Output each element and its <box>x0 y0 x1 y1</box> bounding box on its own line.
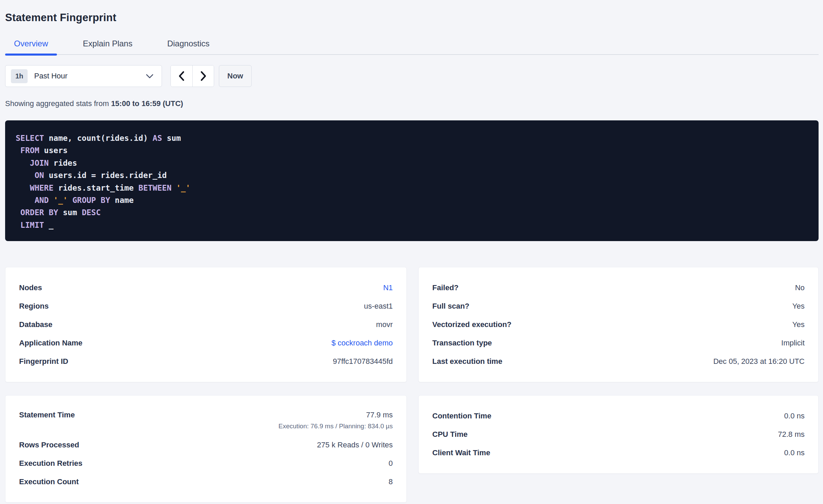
statement-fingerprint-page: Statement Fingerprint Overview Explain P… <box>0 0 823 504</box>
tab-diagnostics[interactable]: Diagnostics <box>158 39 218 54</box>
tab-bar: Overview Explain Plans Diagnostics <box>5 39 819 55</box>
row-value: 97ffc170783445fd <box>333 357 393 366</box>
sql-code-line: LIMIT _ <box>16 219 808 231</box>
prev-interval-button[interactable] <box>171 65 192 87</box>
summary-row-full-scan: Full scan? Yes <box>432 297 805 315</box>
tab-overview[interactable]: Overview <box>5 39 57 54</box>
interval-label: Past Hour <box>34 72 146 80</box>
summary-row-database: Database movr <box>19 315 393 334</box>
summary-row-failed: Failed? No <box>432 279 805 297</box>
summary-row-application-name: Application Name $ cockroach demo <box>19 334 393 352</box>
page-title: Statement Fingerprint <box>5 0 819 24</box>
chevron-left-icon <box>179 71 184 81</box>
sql-statement-code: SELECT name, count(rides.id) AS sum FROM… <box>16 132 808 231</box>
now-button[interactable]: Now <box>219 65 252 87</box>
row-value: Yes <box>792 302 805 311</box>
sql-statement-box: SELECT name, count(rides.id) AS sum FROM… <box>5 120 819 241</box>
sql-code-line: ON users.id = rides.rider_id <box>16 169 808 181</box>
time-toolbar: 1h Past Hour Now <box>5 65 819 87</box>
row-label: Full scan? <box>432 302 469 311</box>
sql-code-line: AND '_' GROUP BY name <box>16 194 808 206</box>
row-label: Execution Retries <box>19 459 83 468</box>
time-interval-select[interactable]: 1h Past Hour <box>5 65 162 87</box>
summary-row-cpu-time: CPU Time 72.8 ms <box>432 425 805 444</box>
interval-nav-group <box>170 65 214 87</box>
row-label: Nodes <box>19 283 42 292</box>
next-interval-button[interactable] <box>192 65 214 87</box>
overview-right-card: Failed? No Full scan? Yes Vectorized exe… <box>418 267 819 382</box>
summary-row-regions: Regions us-east1 <box>19 297 393 315</box>
summary-row-fingerprint-id: Fingerprint ID 97ffc170783445fd <box>19 352 393 371</box>
row-value: 77.9 ms <box>279 411 393 419</box>
row-label: Application Name <box>19 339 83 347</box>
sql-code-line: JOIN rides <box>16 157 808 169</box>
sql-code-line: FROM users <box>16 144 808 157</box>
row-value: 0.0 ns <box>784 448 805 457</box>
row-value: Dec 05, 2023 at 16:20 UTC <box>713 357 805 366</box>
sql-code-line: WHERE rides.start_time BETWEEN '_' <box>16 182 808 194</box>
row-label: Transaction type <box>432 339 492 347</box>
summary-row-execution-retries: Execution Retries 0 <box>19 454 393 473</box>
row-label: Vectorized execution? <box>432 320 511 329</box>
row-label: Failed? <box>432 283 459 292</box>
summary-row-contention-time: Contention Time 0.0 ns <box>432 407 805 425</box>
row-value: Implicit <box>781 339 805 347</box>
summary-row-client-wait-time: Client Wait Time 0.0 ns <box>432 444 805 462</box>
aggregation-note: Showing aggregated stats from 15:00 to 1… <box>5 99 819 108</box>
chevron-down-icon <box>146 74 153 78</box>
row-value: No <box>795 283 805 292</box>
row-value: movr <box>376 320 393 329</box>
row-label: Regions <box>19 302 49 311</box>
row-label: Statement Time <box>19 411 75 419</box>
row-value: 0 <box>389 459 393 468</box>
statement-time-breakdown: Execution: 76.9 ms / Planning: 834.0 µs <box>279 423 393 430</box>
row-value: 72.8 ms <box>778 430 805 439</box>
summary-row-nodes: Nodes N1 <box>19 279 393 297</box>
row-label: Last execution time <box>432 357 502 366</box>
row-label: CPU Time <box>432 430 468 439</box>
row-label: Execution Count <box>19 477 79 486</box>
row-value: us-east1 <box>364 302 393 311</box>
row-value: Yes <box>792 320 805 329</box>
tab-explain-plans[interactable]: Explain Plans <box>74 39 141 54</box>
stats-right-card: Contention Time 0.0 ns CPU Time 72.8 ms … <box>418 395 819 474</box>
summary-row-vectorized: Vectorized execution? Yes <box>432 315 805 334</box>
sql-code-line: SELECT name, count(rides.id) AS sum <box>16 132 808 144</box>
summary-row-last-execution-time: Last execution time Dec 05, 2023 at 16:2… <box>432 352 805 371</box>
sql-code-line: ORDER BY sum DESC <box>16 206 808 219</box>
row-label: Contention Time <box>432 412 491 420</box>
row-value: 8 <box>389 477 393 486</box>
row-label: Rows Processed <box>19 441 79 449</box>
nodes-link[interactable]: N1 <box>383 283 393 292</box>
stats-left-card: Statement Time 77.9 ms Execution: 76.9 m… <box>5 395 407 503</box>
aggregation-note-prefix: Showing aggregated stats from <box>5 99 111 108</box>
row-label: Client Wait Time <box>432 448 490 457</box>
row-label: Fingerprint ID <box>19 357 68 366</box>
summary-cards: Nodes N1 Regions us-east1 Database movr … <box>5 267 819 503</box>
summary-row-statement-time: Statement Time 77.9 ms Execution: 76.9 m… <box>19 407 393 436</box>
chevron-right-icon <box>200 71 206 81</box>
aggregation-note-range: 15:00 to 16:59 (UTC) <box>111 99 183 108</box>
interval-badge: 1h <box>11 69 28 83</box>
overview-left-card: Nodes N1 Regions us-east1 Database movr … <box>5 267 407 382</box>
summary-row-transaction-type: Transaction type Implicit <box>432 334 805 352</box>
application-name-link[interactable]: $ cockroach demo <box>331 339 393 347</box>
summary-row-execution-count: Execution Count 8 <box>19 473 393 491</box>
summary-row-rows-processed: Rows Processed 275 k Reads / 0 Writes <box>19 436 393 454</box>
row-label: Database <box>19 320 53 329</box>
row-value: 0.0 ns <box>784 412 805 420</box>
row-value: 275 k Reads / 0 Writes <box>317 441 393 449</box>
